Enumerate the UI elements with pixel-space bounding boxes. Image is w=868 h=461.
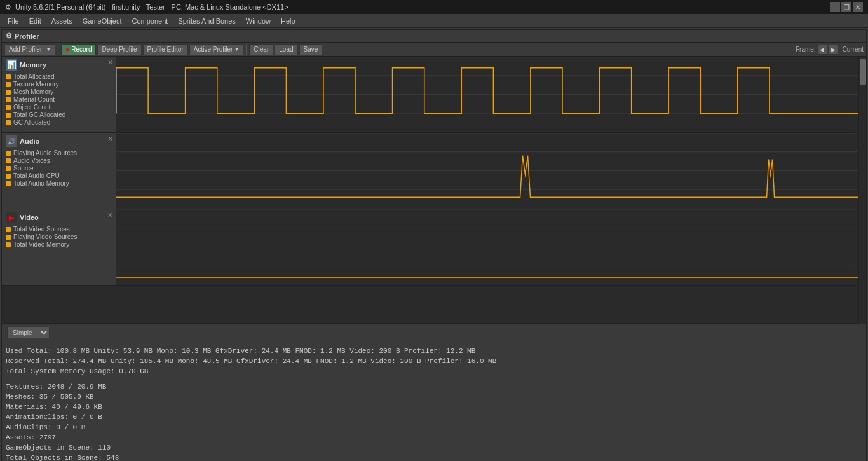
window-title: Unity 5.6.2f1 Personal (64bit) - first.u… (15, 3, 288, 11)
active-profiler-label: Active Profiler (194, 46, 233, 53)
dropdown-icon: ▼ (46, 46, 51, 52)
stats-spacer-1 (6, 376, 862, 382)
title-bar-controls: — ❐ ✕ (830, 2, 863, 12)
clear-label: Clear (254, 46, 269, 53)
legend-label: Total GC Allocated (13, 111, 65, 118)
view-selector: Simple Detailed (7, 327, 861, 338)
legend-color (6, 151, 11, 156)
legend-label: Total Audio Memory (13, 180, 69, 187)
active-profiler-button[interactable]: Active Profiler ▼ (189, 44, 244, 55)
memory-canvas (116, 57, 858, 132)
legend-item: Material Count (6, 96, 112, 103)
stats-line-12: Total Objects in Scene: 548 (6, 453, 862, 461)
legend-label: Object Count (13, 104, 50, 111)
legend-label: Total Allocated (13, 73, 55, 80)
menu-item-help[interactable]: Help (276, 16, 301, 26)
audio-close-button[interactable]: ✕ (105, 134, 114, 143)
menu-item-assets[interactable]: Assets (46, 16, 78, 26)
close-button[interactable]: ✕ (853, 2, 863, 12)
profiler-icon: ⚙ (6, 32, 12, 40)
memory-graph[interactable] (116, 57, 858, 132)
stats-line-5: Textures: 2048 / 20.9 MB (6, 382, 862, 392)
stats-area: Used Total: 100.8 MB Unity: 53.9 MB Mono… (2, 343, 866, 461)
legend-item: Playing Video Sources (6, 233, 112, 240)
menu-item-file[interactable]: File (3, 16, 24, 26)
stats-line-3: Total System Memory Usage: 0.70 GB (6, 366, 862, 376)
menu-item-window[interactable]: Window (241, 16, 276, 26)
memory-panel-left: ✕ 📊 Memory Total AllocatedTexture Memory… (2, 57, 116, 132)
legend-color (6, 74, 11, 79)
legend-item: Mesh Memory (6, 88, 112, 95)
video-icon: ▶ (6, 212, 17, 223)
bottom-section: Simple Detailed (2, 324, 866, 343)
save-button[interactable]: Save (299, 44, 323, 55)
video-close-button[interactable]: ✕ (105, 210, 114, 219)
legend-item: Total Audio CPU (6, 172, 112, 179)
legend-label: Material Count (13, 96, 55, 103)
clear-button[interactable]: Clear (249, 44, 273, 55)
view-select[interactable]: Simple Detailed (7, 327, 50, 338)
load-label: Load (279, 46, 293, 53)
stats-line-6: Meshes: 35 / 505.9 KB (6, 392, 862, 402)
profiler-title-text: Profiler (15, 32, 39, 40)
menu-item-component[interactable]: Component (126, 16, 173, 26)
video-panel-left: ✕ ▶ Video Total Video SourcesPlaying Vid… (2, 209, 116, 285)
legend-item: Total Audio Memory (6, 180, 112, 187)
legend-item: Total Video Sources (6, 226, 112, 233)
legend-color (6, 227, 11, 232)
legend-color (6, 174, 11, 179)
stats-line-8: AnimationClips: 0 / 0 B (6, 412, 862, 422)
audio-graph[interactable] (116, 133, 858, 209)
title-bar: ⚙ Unity 5.6.2f1 Personal (64bit) - first… (0, 0, 868, 14)
empty-panel-area (2, 286, 858, 324)
profiler-scrollbar[interactable] (858, 57, 866, 324)
legend-label: Audio Voices (13, 157, 50, 164)
legend-item: Object Count (6, 104, 112, 111)
scrollbar-thumb[interactable] (860, 59, 866, 85)
audio-canvas (116, 133, 858, 209)
stats-line-10: Assets: 2797 (6, 432, 862, 443)
separator-1 (58, 45, 58, 55)
legend-label: GC Allocated (13, 119, 50, 126)
memory-legend: Total AllocatedTexture MemoryMesh Memory… (6, 73, 112, 126)
frame-prev-button[interactable]: ◀ (817, 45, 827, 55)
profile-editor-button[interactable]: Profile Editor (143, 44, 188, 55)
stats-line-7: Materials: 40 / 49.6 KB (6, 402, 862, 412)
menu-item-edit[interactable]: Edit (24, 16, 46, 26)
memory-close-button[interactable]: ✕ (105, 58, 114, 67)
minimize-button[interactable]: — (830, 2, 840, 12)
menu-item-sprites and bones[interactable]: Sprites And Bones (173, 16, 241, 26)
stats-line-1: Used Total: 100.8 MB Unity: 53.9 MB Mono… (6, 346, 862, 356)
deep-profile-button[interactable]: Deep Profile (97, 44, 141, 55)
memory-panel: ✕ 📊 Memory Total AllocatedTexture Memory… (2, 57, 858, 133)
audio-panel-left: ✕ 🔊 Audio Playing Audio SourcesAudio Voi… (2, 133, 116, 209)
profiler-panel: ⚙ Profiler Add Profiler ▼ ● Record Deep … (1, 29, 867, 461)
legend-item: Audio Voices (6, 157, 112, 164)
add-profiler-button[interactable]: Add Profiler ▼ (4, 44, 55, 55)
legend-label: Mesh Memory (13, 88, 53, 95)
deep-profile-label: Deep Profile (102, 46, 137, 53)
audio-legend: Playing Audio SourcesAudio VoicesSourceT… (6, 149, 112, 187)
legend-color (6, 97, 11, 102)
video-graph[interactable] (116, 209, 858, 285)
app-icon: ⚙ (5, 3, 11, 11)
record-button[interactable]: ● Record (61, 44, 96, 55)
frame-next-button[interactable]: ▶ (829, 45, 839, 55)
stats-line-9: AudioClips: 0 / 0 B (6, 422, 862, 432)
legend-color (6, 90, 11, 95)
frame-controls: Frame: ◀ ▶ Current (793, 45, 864, 55)
legend-color (6, 166, 11, 171)
memory-title-text: Memory (20, 61, 46, 69)
legend-label: Total Video Memory (13, 241, 69, 248)
legend-color (6, 158, 11, 163)
menu-item-gameobject[interactable]: GameObject (78, 16, 127, 26)
menu-bar: FileEditAssetsGameObjectComponentSprites… (0, 14, 868, 28)
maximize-button[interactable]: ❐ (841, 2, 851, 12)
video-panel-title: ▶ Video (6, 212, 112, 223)
video-legend: Total Video SourcesPlaying Video Sources… (6, 226, 112, 248)
load-button[interactable]: Load (275, 44, 297, 55)
legend-label: Playing Video Sources (13, 233, 77, 240)
legend-label: Total Audio CPU (13, 172, 60, 179)
video-panel: ✕ ▶ Video Total Video SourcesPlaying Vid… (2, 209, 858, 286)
legend-color (6, 242, 11, 247)
